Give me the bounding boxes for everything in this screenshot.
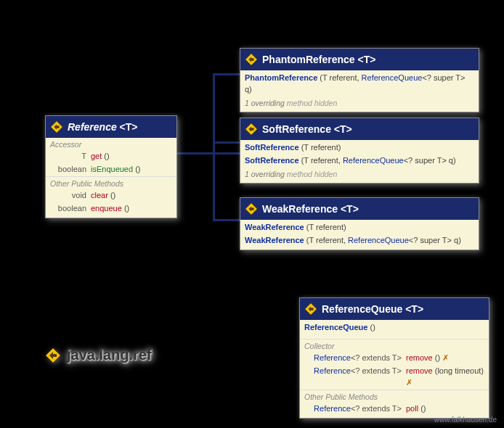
section-accessor: Accessor (46, 138, 176, 150)
params: (T referent) (301, 143, 341, 152)
mparams: () (435, 353, 440, 362)
p1: (T referent, (320, 73, 361, 82)
class-queue: ReferenceQueue <T> ReferenceQueue () Col… (299, 297, 489, 419)
mparams: () (110, 191, 115, 199)
ret: Reference<? extends T> (304, 353, 406, 364)
ctor-weak-1: WeakReference (T referent) (240, 220, 479, 234)
member-remove1: Reference<? extends T> remove () ✗ (300, 352, 489, 365)
package-name: java.lang.ref (67, 347, 152, 363)
class-icon (304, 303, 317, 316)
ctor-soft-2: SoftReference (T referent, ReferenceQueu… (240, 155, 479, 168)
tparam: <T> (334, 123, 352, 135)
member-remove2: Reference<? extends T> remove (long time… (300, 365, 489, 390)
throws-icon: ✗ (406, 378, 412, 387)
mname: get (91, 152, 102, 160)
ret: void (50, 190, 91, 202)
class-body: WeakReference (T referent) WeakReference… (240, 220, 479, 250)
member-clear: void clear () (46, 189, 176, 202)
member-isenqueued: boolean isEnqueued () (46, 163, 176, 176)
section-other: Other Public Methods (46, 176, 176, 189)
class-icon (245, 53, 258, 66)
mparams: () (104, 152, 109, 160)
retgen: <? extends T> (351, 353, 402, 362)
note-count: 1 overriding (245, 170, 285, 178)
class-name: SoftReference (262, 123, 331, 135)
class-header-phantom: PhantomReference <T> (240, 49, 479, 70)
params: (T referent) (306, 223, 346, 231)
connector-h-top (213, 73, 240, 75)
retname: Reference (314, 404, 351, 413)
ctor-weak-2: WeakReference (T referent, ReferenceQueu… (240, 234, 479, 250)
note-rest: method hidden (285, 170, 337, 178)
member-enqueue: boolean enqueue () (46, 202, 176, 218)
ctor-soft-1: SoftReference (T referent) (240, 140, 479, 155)
section-other: Other Public Methods (300, 390, 489, 403)
ctor-name: WeakReference (245, 236, 304, 244)
p1: (T referent, (301, 156, 343, 165)
class-header-reference: Reference <T> (46, 116, 176, 138)
class-name: Reference (68, 121, 117, 133)
note-count: 1 overriding (245, 99, 285, 107)
note: 1 overriding method hidden (240, 168, 479, 183)
ret: boolean (50, 203, 91, 215)
ctor-phantom: PhantomReference (T referent, ReferenceQ… (240, 70, 479, 96)
ctor-name: ReferenceQueue (304, 323, 367, 332)
connector-h-main (176, 152, 240, 155)
class-header-queue: ReferenceQueue <T> (300, 298, 489, 320)
connector-h-mid (213, 141, 240, 144)
package-label: java.lang.ref (45, 347, 152, 363)
p1: (T referent, (306, 236, 348, 244)
p2: q) (452, 236, 461, 244)
p2: q) (447, 156, 456, 165)
note-rest: method hidden (285, 99, 337, 107)
ret: T (50, 151, 91, 162)
ctor-name: SoftReference (245, 143, 299, 152)
class-icon (50, 120, 63, 133)
ctor-name: SoftReference (245, 156, 299, 165)
ret: Reference<? extends T> (304, 366, 406, 389)
class-body: SoftReference (T referent) SoftReference… (240, 140, 479, 183)
class-soft: SoftReference <T> SoftReference (T refer… (240, 118, 479, 184)
connector-v (213, 73, 215, 221)
tparam: <T> (120, 121, 138, 133)
class-phantom: PhantomReference <T> PhantomReference (T… (240, 48, 479, 112)
ctor-queue: ReferenceQueue () (300, 320, 489, 334)
pgen: <? super T> (409, 236, 452, 244)
tparam: <T> (357, 54, 375, 65)
retname: Reference (314, 353, 351, 362)
tparam: <T> (341, 203, 359, 215)
retgen: <? extends T> (351, 404, 402, 413)
class-name: WeakReference (262, 203, 338, 215)
class-reference: Reference <T> Accessor T get () boolean … (45, 115, 177, 218)
mname: clear (91, 191, 108, 199)
mname: enqueue (91, 204, 122, 213)
pgen: <? super T> (422, 73, 465, 82)
ctor-name: PhantomReference (245, 73, 317, 82)
tparam: <T> (405, 303, 423, 315)
class-name: PhantomReference (262, 54, 355, 65)
footer-url: www.falkhausen.de (434, 416, 497, 424)
mparams: () (124, 204, 129, 213)
params: () (370, 323, 375, 332)
ptype: ReferenceQueue (348, 236, 409, 244)
note: 1 overriding method hidden (240, 96, 479, 112)
mname: remove (406, 366, 433, 375)
ptype: ReferenceQueue (362, 73, 423, 82)
class-icon (245, 202, 258, 215)
class-body: PhantomReference (T referent, ReferenceQ… (240, 70, 479, 112)
throws-icon: ✗ (442, 353, 449, 362)
ctor-name: WeakReference (245, 223, 304, 231)
p2: q) (245, 85, 252, 94)
section-collector: Collector (300, 339, 489, 352)
connector-h-bot (213, 219, 240, 221)
member-get: T get () (46, 150, 176, 163)
mparams: () (135, 165, 140, 173)
mparams: (long timeout) (435, 366, 484, 375)
class-name: ReferenceQueue (322, 303, 402, 315)
retname: Reference (314, 366, 351, 375)
mname: isEnqueued (91, 165, 133, 173)
mname: remove (406, 353, 433, 362)
mname: poll (406, 404, 418, 413)
class-body: ReferenceQueue () Collector Reference<? … (300, 320, 489, 418)
class-body: Accessor T get () boolean isEnqueued () … (46, 138, 176, 218)
